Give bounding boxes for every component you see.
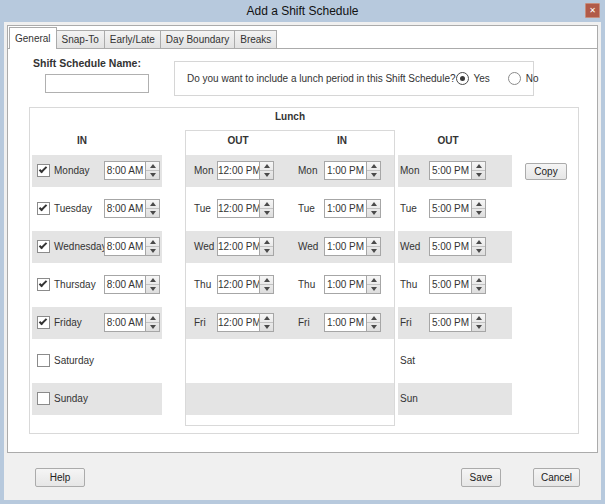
time-value: 5:00 PM — [430, 238, 471, 255]
lunch-in-time-spinner[interactable]: 1:00 PM — [324, 237, 381, 256]
lunch-out-time-spinner[interactable]: 12:00 PM — [217, 237, 274, 256]
in-time-spinner[interactable]: 8:00 AM — [104, 313, 160, 332]
spin-down-icon[interactable] — [260, 208, 273, 217]
spin-down-icon[interactable] — [146, 322, 159, 331]
spin-down-icon[interactable] — [367, 208, 380, 217]
lunch-no-radio[interactable] — [508, 72, 521, 85]
in-time-spinner[interactable]: 8:00 AM — [104, 199, 160, 218]
lunch-in-day-abbr: Wed — [298, 228, 318, 266]
spin-up-icon[interactable] — [472, 200, 485, 208]
lunch-column-group-header: Lunch — [185, 111, 395, 122]
out-time-spinner[interactable]: 5:00 PM — [429, 313, 486, 332]
in-time-spinner[interactable]: 8:00 AM — [104, 237, 160, 256]
spin-up-icon[interactable] — [260, 276, 273, 284]
spin-up-icon[interactable] — [260, 162, 273, 170]
spinner-buttons — [259, 200, 273, 217]
row-stripe-lunch — [186, 345, 394, 377]
day-checkbox[interactable] — [37, 278, 50, 291]
spin-down-icon[interactable] — [146, 170, 159, 179]
spin-down-icon[interactable] — [260, 170, 273, 179]
day-checkbox[interactable] — [37, 164, 50, 177]
spin-up-icon[interactable] — [472, 276, 485, 284]
lunch-yes-radio[interactable] — [456, 72, 469, 85]
day-checkbox[interactable] — [37, 392, 50, 405]
day-checkbox[interactable] — [37, 202, 50, 215]
spin-down-icon[interactable] — [472, 284, 485, 293]
spin-up-icon[interactable] — [146, 162, 159, 170]
spin-up-icon[interactable] — [472, 238, 485, 246]
tab-strip: General Snap-To Early/Late Day Boundary … — [8, 26, 597, 49]
help-button[interactable]: Help — [35, 468, 85, 487]
out-time-spinner[interactable]: 5:00 PM — [429, 199, 486, 218]
out-time-spinner[interactable]: 5:00 PM — [429, 275, 486, 294]
spin-down-icon[interactable] — [472, 246, 485, 255]
time-value: 5:00 PM — [430, 200, 471, 217]
tab-day-boundary[interactable]: Day Boundary — [160, 30, 235, 48]
spin-down-icon[interactable] — [146, 284, 159, 293]
spin-up-icon[interactable] — [260, 200, 273, 208]
day-label: Saturday — [54, 342, 94, 380]
lunch-out-time-spinner[interactable]: 12:00 PM — [217, 275, 274, 294]
tab-early-late[interactable]: Early/Late — [104, 30, 161, 48]
spin-down-icon[interactable] — [472, 208, 485, 217]
spin-up-icon[interactable] — [146, 200, 159, 208]
lunch-in-time-spinner[interactable]: 1:00 PM — [324, 199, 381, 218]
in-time-spinner[interactable]: 8:00 AM — [104, 275, 160, 294]
time-value: 8:00 AM — [105, 276, 145, 293]
spin-down-icon[interactable] — [260, 246, 273, 255]
row-stripe-in — [32, 345, 162, 377]
spin-down-icon[interactable] — [367, 246, 380, 255]
day-checkbox[interactable] — [37, 354, 50, 367]
spin-up-icon[interactable] — [367, 200, 380, 208]
lunch-out-time-spinner[interactable]: 12:00 PM — [217, 313, 274, 332]
lunch-in-time-spinner[interactable]: 1:00 PM — [324, 313, 381, 332]
spin-up-icon[interactable] — [367, 276, 380, 284]
spin-down-icon[interactable] — [472, 170, 485, 179]
lunch-question-box: Do you want to include a lunch period in… — [174, 61, 534, 96]
spin-up-icon[interactable] — [367, 238, 380, 246]
day-checkbox[interactable] — [37, 316, 50, 329]
spin-down-icon[interactable] — [367, 322, 380, 331]
lunch-in-time-spinner[interactable]: 1:00 PM — [324, 275, 381, 294]
time-value: 12:00 PM — [218, 276, 259, 293]
day-label: Wednesday — [54, 228, 107, 266]
lunch-out-time-spinner[interactable]: 12:00 PM — [217, 199, 274, 218]
day-label: Monday — [54, 152, 90, 190]
day-row: Tuesday 8:00 AM Tue 12:00 PM Tue 1:00 PM… — [30, 190, 578, 228]
spin-up-icon[interactable] — [146, 238, 159, 246]
lunch-in-time-spinner[interactable]: 1:00 PM — [324, 161, 381, 180]
shift-schedule-name-input[interactable] — [45, 74, 149, 93]
spinner-buttons — [259, 162, 273, 179]
spin-up-icon[interactable] — [146, 276, 159, 284]
spin-up-icon[interactable] — [146, 314, 159, 322]
out-time-spinner[interactable]: 5:00 PM — [429, 237, 486, 256]
spin-up-icon[interactable] — [260, 238, 273, 246]
spin-down-icon[interactable] — [146, 208, 159, 217]
out-time-spinner[interactable]: 5:00 PM — [429, 161, 486, 180]
spin-up-icon[interactable] — [260, 314, 273, 322]
day-row: Monday 8:00 AM Mon 12:00 PM Mon 1:00 PM … — [30, 152, 578, 190]
spin-down-icon[interactable] — [367, 170, 380, 179]
tab-general[interactable]: General — [9, 27, 57, 49]
shift-schedule-name-label: Shift Schedule Name: — [33, 57, 141, 69]
tab-snap-to[interactable]: Snap-To — [56, 30, 105, 48]
spin-up-icon[interactable] — [472, 162, 485, 170]
spin-down-icon[interactable] — [472, 322, 485, 331]
close-button[interactable]: ✕ — [585, 3, 600, 18]
day-checkbox[interactable] — [37, 240, 50, 253]
save-button[interactable]: Save — [461, 468, 501, 487]
cancel-button[interactable]: Cancel — [533, 468, 580, 487]
lunch-out-time-spinner[interactable]: 12:00 PM — [217, 161, 274, 180]
spin-up-icon[interactable] — [367, 162, 380, 170]
in-time-spinner[interactable]: 8:00 AM — [104, 161, 160, 180]
tab-breaks[interactable]: Breaks — [234, 30, 277, 48]
spin-down-icon[interactable] — [260, 322, 273, 331]
spin-down-icon[interactable] — [367, 284, 380, 293]
spin-up-icon[interactable] — [472, 314, 485, 322]
lunch-out-day-abbr: Mon — [194, 152, 213, 190]
spin-up-icon[interactable] — [367, 314, 380, 322]
spin-down-icon[interactable] — [146, 246, 159, 255]
copy-button[interactable]: Copy — [525, 163, 567, 180]
spinner-buttons — [471, 200, 485, 217]
spin-down-icon[interactable] — [260, 284, 273, 293]
